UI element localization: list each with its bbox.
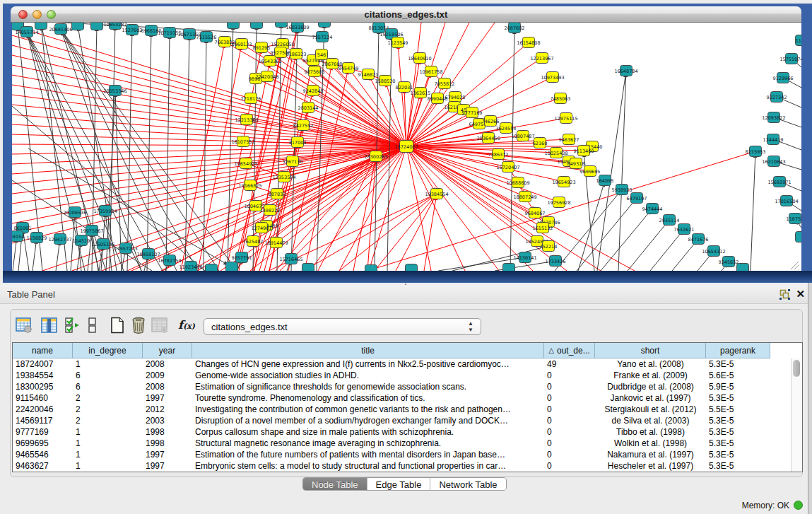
table-row[interactable]: 969969511998Structural magnetic resonanc… <box>13 438 787 449</box>
black-edge[interactable] <box>779 141 801 150</box>
function-builder-icon[interactable]: f(x) <box>177 317 196 337</box>
delete-table-icon[interactable] <box>131 317 146 337</box>
black-edge[interactable] <box>204 43 206 271</box>
graph-node-teal[interactable] <box>319 23 331 28</box>
graph-node-label: 8186323 <box>286 52 307 57</box>
black-edge[interactable] <box>147 37 151 271</box>
table-row[interactable]: 1456911722003Disruption of a novel membe… <box>13 415 787 426</box>
row-height-icon[interactable] <box>88 317 97 337</box>
graph-node-teal[interactable] <box>206 264 218 271</box>
column-header-short[interactable]: short <box>595 343 706 358</box>
graph-node-teal[interactable] <box>365 265 377 271</box>
new-table-icon[interactable] <box>110 317 125 337</box>
graph-node-label: 1244419 <box>763 137 784 143</box>
black-edge[interactable] <box>601 214 648 271</box>
red-edge[interactable] <box>310 146 406 271</box>
graph-node-teal[interactable] <box>35 23 47 30</box>
black-edge[interactable] <box>144 260 147 271</box>
float-panel-icon[interactable] <box>779 289 790 300</box>
black-edge[interactable] <box>71 218 74 271</box>
graph-node-teal[interactable] <box>251 23 263 29</box>
black-edge[interactable] <box>650 234 680 271</box>
graph-node-teal[interactable] <box>737 264 749 271</box>
graph-node-teal[interactable] <box>226 262 238 271</box>
dropdown-stepper-icon[interactable]: ▲▼ <box>468 320 473 333</box>
table-options-icon[interactable] <box>16 317 33 337</box>
table-row[interactable]: 911546021997Tourette syndrome. Phenomeno… <box>13 392 787 404</box>
red-edge[interactable] <box>399 49 406 146</box>
table-cell-out_de: 0 <box>544 392 595 404</box>
red-edge[interactable] <box>319 76 406 146</box>
black-edge[interactable] <box>166 39 170 271</box>
column-selector-icon[interactable] <box>41 317 58 337</box>
black-edge[interactable] <box>799 223 801 228</box>
scrollbar-thumb[interactable] <box>793 360 800 377</box>
graph-node-teal[interactable] <box>302 264 314 271</box>
column-header-in_degree[interactable]: in_degree <box>73 343 143 358</box>
memory-status-indicator[interactable] <box>794 501 803 510</box>
graph-node-label: 7625402 <box>243 239 264 245</box>
black-edge[interactable] <box>33 244 36 271</box>
graph-node-label: 9245652 <box>719 259 739 265</box>
column-header-out_de[interactable]: △out_de... <box>544 343 595 358</box>
black-edge[interactable] <box>751 158 755 271</box>
red-edge[interactable] <box>12 35 406 146</box>
graph-node-teal[interactable] <box>503 264 515 271</box>
table-source-dropdown[interactable]: citations_edges.txt▲▼ <box>204 318 481 335</box>
graph-node-label: 7955812 <box>435 81 455 87</box>
tab-network-table[interactable]: Network Table <box>430 478 505 490</box>
tab-node-table[interactable]: Node Table <box>303 478 367 490</box>
column-header-year[interactable]: year <box>143 343 192 358</box>
table-row[interactable]: 977716911998Corpus callosum shape and si… <box>13 426 787 438</box>
tab-edge-table[interactable]: Edge Table <box>367 478 431 490</box>
graph-node-teal[interactable] <box>796 232 802 243</box>
graph-node-label: 2803144 <box>298 105 319 111</box>
table-vertical-scrollbar[interactable] <box>791 358 801 472</box>
red-edge[interactable] <box>406 146 499 271</box>
table-row[interactable]: 1830029562008Estimation of significance … <box>13 381 787 392</box>
graph-node-teal[interactable] <box>406 264 418 271</box>
network-canvas[interactable]: 1405571420691406106532871527602696616010… <box>12 23 801 271</box>
table-row[interactable]: 946362711997Embryonic stem cells: a mode… <box>13 460 787 472</box>
black-edge[interactable] <box>779 119 801 127</box>
window-resize-grip-icon[interactable] <box>790 261 799 270</box>
table-row[interactable]: 946554611997Estimation of the future num… <box>13 449 787 460</box>
table-row[interactable]: 2242004622012Investigating the contribut… <box>13 404 787 415</box>
table-cell-name: 14569117 <box>13 415 73 426</box>
black-edge[interactable] <box>698 256 710 271</box>
black-edge[interactable] <box>789 81 801 88</box>
black-edge[interactable] <box>792 204 801 211</box>
black-edge[interactable] <box>510 34 514 271</box>
black-edge[interactable] <box>577 203 632 271</box>
select-rows-icon[interactable] <box>65 317 81 337</box>
desktop-background: citations_edges.txt 14055714206914061065… <box>3 4 812 283</box>
black-edge[interactable] <box>597 77 625 271</box>
graph-node-label: 18640910 <box>408 56 431 62</box>
column-header-name[interactable]: name <box>13 343 73 358</box>
graph-node-label: 19166825 <box>238 183 261 189</box>
graph-node-teal[interactable] <box>228 23 240 29</box>
network-graph-svg[interactable]: 1405571420691406106532871527602696616010… <box>12 23 801 271</box>
table-cell-year: 1997 <box>143 449 192 460</box>
graph-node-label: 15751074 <box>779 57 801 62</box>
red-edge[interactable] <box>288 70 331 271</box>
graph-node-label: 1588520 <box>375 78 396 84</box>
black-edge[interactable] <box>56 245 59 271</box>
red-edge[interactable] <box>424 200 436 271</box>
column-header-title[interactable]: title <box>192 343 544 358</box>
graph-node-label: 1733426 <box>546 259 566 264</box>
red-edge[interactable] <box>339 198 432 271</box>
graph-node-teal[interactable] <box>72 23 84 30</box>
graph-node-label: 252214 <box>540 244 558 250</box>
close-panel-icon[interactable]: ✕ <box>796 288 805 300</box>
black-edge[interactable] <box>782 100 801 107</box>
table-row[interactable]: 1938455462009Genome‑wide association stu… <box>13 370 787 381</box>
black-edge[interactable] <box>13 243 16 271</box>
red-edge[interactable] <box>12 85 406 146</box>
column-header-pagerank[interactable]: pagerank <box>706 343 770 358</box>
black-edge[interactable] <box>785 184 801 191</box>
black-edge[interactable] <box>672 244 694 271</box>
graph-node-teal[interactable] <box>91 23 103 30</box>
table-row[interactable]: 1872400712008Changes of HCN gene express… <box>13 358 787 370</box>
network-window-titlebar[interactable]: citations_edges.txt <box>11 6 801 23</box>
